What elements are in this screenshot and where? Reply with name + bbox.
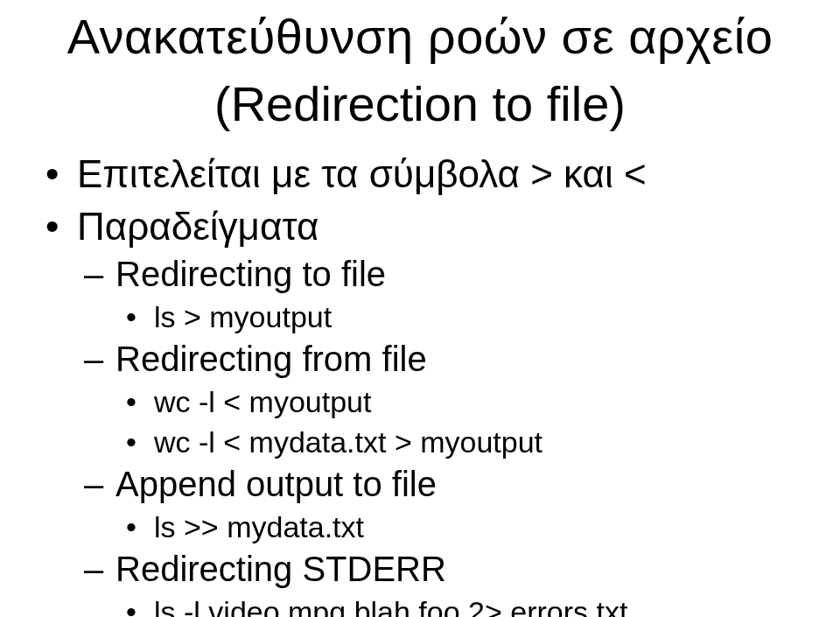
list-item-text: Redirecting STDERR (116, 550, 446, 588)
list-item-text: Παραδείγματα (77, 205, 319, 248)
list-item: Επιτελείται με τα σύμβολα > και < (77, 149, 805, 199)
slide-subtitle: (Redirection to file) (35, 74, 805, 133)
list-item: Redirecting to file ls > myoutput (116, 252, 805, 336)
sub-sub-list: wc -l < myoutput wc -l < mydata.txt > my… (116, 382, 805, 460)
list-item-text: wc -l < myoutput (154, 385, 371, 418)
slide: Ανακατεύθυνση ροών σε αρχείο (Redirectio… (0, 0, 840, 617)
list-item: wc -l < myoutput (154, 382, 805, 421)
sub-sub-list: ls -l video.mpg blah.foo 2> errors.txt (116, 592, 805, 617)
sub-sub-list: ls > myoutput (116, 298, 805, 336)
slide-title: Ανακατεύθυνση ροών σε αρχείο (35, 7, 805, 66)
list-item-text: wc -l < mydata.txt > myoutput (154, 425, 542, 459)
sub-sub-list: ls >> mydata.txt (116, 508, 805, 546)
list-item-text: Redirecting from file (116, 340, 427, 378)
sub-list: Redirecting to file ls > myoutput Redire… (77, 252, 805, 617)
list-item-text: ls >> mydata.txt (154, 510, 364, 543)
list-item-text: Επιτελείται με τα σύμβολα > και < (77, 152, 647, 195)
list-item: ls > myoutput (154, 298, 805, 336)
list-item-text: ls > myoutput (154, 300, 332, 333)
list-item-text: Append output to file (116, 465, 437, 503)
list-item: Redirecting from file wc -l < myoutput w… (116, 337, 805, 461)
list-item: Append output to file ls >> mydata.txt (116, 462, 805, 546)
list-item: ls -l video.mpg blah.foo 2> errors.txt (154, 592, 805, 617)
list-item: ls >> mydata.txt (154, 508, 805, 546)
list-item-text: ls -l video.mpg blah.foo 2> errors.txt (154, 595, 627, 617)
list-item: Παραδείγματα Redirecting to file ls > my… (77, 201, 805, 617)
list-item: Redirecting STDERR ls -l video.mpg blah.… (116, 547, 805, 617)
bullet-list: Επιτελείται με τα σύμβολα > και < Παραδε… (35, 149, 805, 617)
list-item: wc -l < mydata.txt > myoutput (154, 423, 805, 461)
list-item-text: Redirecting to file (116, 255, 386, 293)
